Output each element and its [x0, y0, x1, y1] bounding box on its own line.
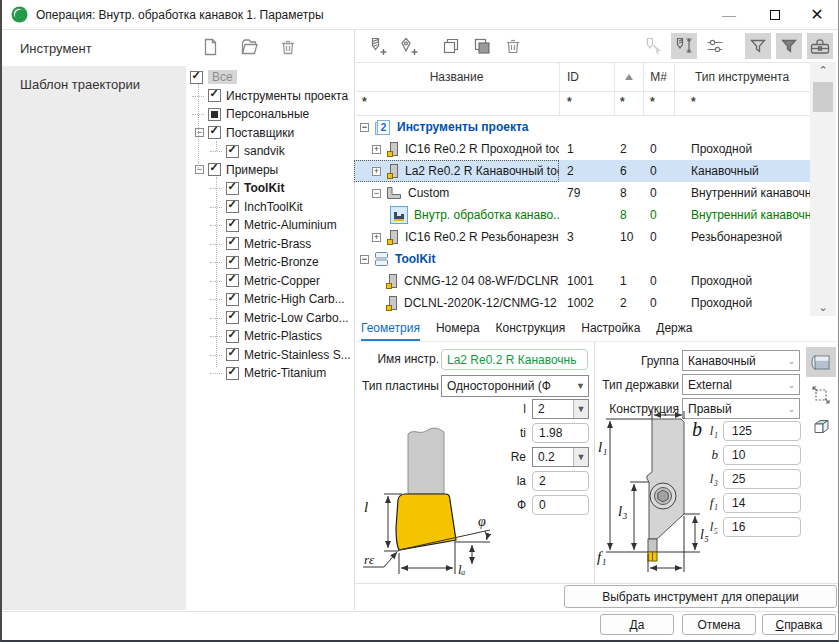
table-row[interactable]: Внутр. обработка канаво...80Внутренний к… — [354, 204, 810, 226]
column-header-id[interactable]: ID — [559, 63, 599, 91]
holder-type-select[interactable]: External ⌄ — [682, 374, 800, 395]
checkbox[interactable] — [226, 145, 239, 158]
checkbox[interactable] — [226, 219, 239, 232]
checkbox[interactable] — [226, 237, 239, 250]
table-row[interactable]: +IC16 Re0.2 R Резьбонарезн...3100Резьбон… — [354, 226, 810, 248]
add-tool-button[interactable] — [364, 33, 390, 59]
checkbox[interactable] — [208, 89, 221, 102]
close-button[interactable]: ✕ — [800, 0, 834, 29]
checkbox[interactable] — [226, 274, 239, 287]
column-header-m[interactable]: M# — [643, 63, 674, 91]
expand-icon[interactable]: + — [372, 167, 381, 176]
view-options-button[interactable] — [702, 33, 728, 59]
table-row[interactable]: −2Инструменты проекта — [354, 116, 810, 138]
table-row[interactable]: −Custom7980Внутренний канавочный — [354, 182, 810, 204]
tree-item--[interactable]: −Поставщики — [188, 124, 354, 143]
checkbox[interactable] — [226, 367, 239, 380]
tree-item-metric-brass[interactable]: Metric-Brass — [188, 235, 354, 254]
checkbox[interactable] — [226, 256, 239, 269]
checkbox[interactable] — [226, 348, 239, 361]
duplicate-button[interactable] — [469, 33, 495, 59]
select-tool-for-operation-button[interactable]: Выбрать инструмент для операции — [564, 585, 837, 608]
tree-item-toolkit[interactable]: ToolKit — [188, 179, 354, 198]
delete-library-button[interactable] — [276, 35, 300, 59]
tree-item-metric-titanium[interactable]: Metric-Titanium — [188, 364, 354, 383]
collapse-icon[interactable]: − — [360, 123, 369, 132]
sidebar-item-tool[interactable]: Инструмент — [2, 30, 186, 66]
column-header-type[interactable]: Тип инструмента — [674, 63, 810, 91]
tree-item-metric-bronze[interactable]: Metric-Bronze — [188, 253, 354, 272]
view-3d-button[interactable] — [806, 412, 836, 442]
param-field-Ф[interactable]: 0 — [532, 495, 589, 515]
param-field-ti[interactable]: 1.98 — [532, 423, 589, 443]
open-library-button[interactable] — [237, 35, 261, 59]
collapse-icon[interactable]: − — [360, 255, 369, 264]
param-field-la[interactable]: 2 — [532, 471, 589, 491]
table-row[interactable]: DCLNL-2020K-12/CNMG-12 0...100220Проходн… — [354, 292, 810, 314]
group-select[interactable]: Канавочный ⌄ — [682, 350, 800, 371]
table-row[interactable]: +IC16 Re0.2 R Проходной tool120Проходной — [354, 138, 810, 160]
collapse-icon[interactable]: − — [195, 165, 204, 174]
tree-item-metric-aluminium[interactable]: Metric-Aluminium — [188, 216, 354, 235]
filter-cell[interactable]: * — [650, 95, 655, 109]
filter-button[interactable] — [745, 33, 771, 59]
table-scrollbar[interactable]: ⌃ ⌄ — [810, 62, 836, 316]
filter-active-button[interactable] — [776, 33, 802, 59]
tree-item--[interactable]: Все — [188, 68, 354, 87]
tab-конструкция[interactable]: Конструкция — [496, 321, 566, 341]
param-field-4[interactable]: 16 — [723, 517, 801, 537]
toolbox-button[interactable] — [807, 33, 833, 59]
delete-tool-button[interactable] — [500, 33, 526, 59]
filter-cell[interactable]: * — [691, 95, 696, 109]
tree-item-metric-stainless-s-[interactable]: Metric-Stainless S... — [188, 346, 354, 365]
tab-геометрия[interactable]: Геометрия — [361, 321, 420, 341]
sidebar-item-path-template[interactable]: Шаблон траектории — [2, 66, 186, 102]
ok-button[interactable]: Да — [600, 614, 674, 635]
new-library-button[interactable] — [198, 35, 222, 59]
param-field-0[interactable]: 125 — [723, 421, 801, 441]
param-field-3[interactable]: 14 — [723, 493, 801, 513]
expand-icon[interactable]: − — [372, 189, 381, 198]
param-field-1[interactable]: 10 — [723, 445, 801, 465]
scroll-up-icon[interactable]: ⌃ — [810, 62, 836, 79]
table-row[interactable]: −ToolKit — [354, 248, 810, 270]
view-dimensions-button[interactable] — [806, 380, 836, 410]
tree-item-metric-plastics[interactable]: Metric-Plastics — [188, 327, 354, 346]
column-header-sort[interactable] — [614, 63, 643, 91]
checkbox[interactable] — [226, 293, 239, 306]
checkbox[interactable] — [190, 71, 203, 84]
scrollbar-thumb[interactable] — [813, 82, 833, 112]
tree-item-metric-copper[interactable]: Metric-Copper — [188, 272, 354, 291]
tree-item-metric-low-carbo-[interactable]: Metric-Low Carbo... — [188, 309, 354, 328]
tab-номера[interactable]: Номера — [436, 321, 480, 341]
copy-button[interactable] — [438, 33, 464, 59]
checkbox[interactable] — [208, 126, 221, 139]
checkbox[interactable] — [226, 330, 239, 343]
checkbox[interactable] — [208, 163, 221, 176]
collapse-icon[interactable]: − — [195, 128, 204, 137]
tab-держа[interactable]: Держа — [656, 321, 692, 341]
cancel-button[interactable]: Отмена — [682, 614, 756, 635]
expand-icon[interactable]: + — [372, 233, 381, 242]
tree-item--[interactable]: Инструменты проекта — [188, 87, 354, 106]
maximize-button[interactable] — [758, 0, 792, 29]
expand-icon[interactable]: + — [372, 145, 381, 154]
table-row[interactable]: CNMG-12 04 08-WF/DCLNR-...100110Проходно… — [354, 270, 810, 292]
tree-item-inchtoolkit[interactable]: InchToolKit — [188, 198, 354, 217]
tree-item-metric-high-carb-[interactable]: Metric-High Carb... — [188, 290, 354, 309]
param-field-Re[interactable]: 0.2▼ — [532, 447, 589, 467]
filter-cell[interactable]: * — [567, 95, 572, 109]
filter-cell[interactable]: * — [362, 95, 367, 109]
checkbox[interactable] — [226, 200, 239, 213]
column-header-name[interactable]: Название — [354, 63, 559, 91]
scroll-down-icon[interactable]: ⌄ — [810, 299, 836, 316]
table-row[interactable]: +La2 Re0.2 R Канавочный tool260Канавочны… — [354, 160, 810, 182]
tree-item-sandvik[interactable]: sandvik — [188, 142, 354, 161]
checkbox[interactable] — [226, 182, 239, 195]
help-button[interactable]: Справка — [762, 614, 836, 635]
checkbox[interactable] — [208, 108, 221, 121]
tab-настройка[interactable]: Настройка — [581, 321, 640, 341]
minimize-button[interactable]: — — [712, 0, 746, 29]
add-insert-button[interactable] — [395, 33, 421, 59]
pick-tool-button[interactable] — [640, 33, 666, 59]
